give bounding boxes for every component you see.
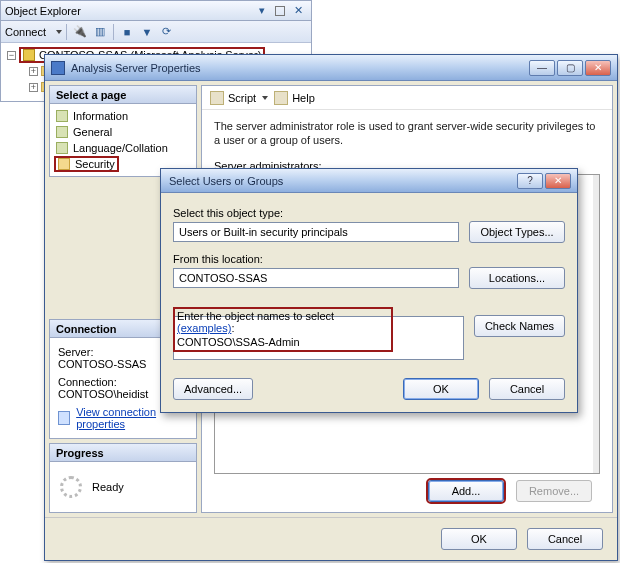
location-value: CONTOSO-SSAS [179,272,267,284]
object-explorer-title: Object Explorer [5,5,81,17]
app-icon [51,61,65,75]
page-label: Language/Collation [73,142,168,154]
progress-panel: Progress Ready [49,443,197,513]
check-names-button[interactable]: Check Names [474,315,565,337]
location-field: CONTOSO-SSAS [173,268,459,288]
page-item-security[interactable]: Security [54,156,119,172]
object-names-highlight: Enter the object names to select (exampl… [173,307,393,352]
ok-button[interactable]: OK [441,528,517,550]
location-label: From this location: [173,253,565,265]
properties-title: Analysis Server Properties [71,62,201,74]
page-icon [56,126,68,138]
page-label: Information [73,110,128,122]
select-users-dialog: Select Users or Groups ? ✕ Select this o… [160,168,578,413]
object-type-field: Users or Built-in security principals [173,222,459,242]
pin-icon[interactable] [271,2,289,20]
remove-button: Remove... [516,480,592,502]
close-button[interactable]: ✕ [585,60,611,76]
filter-icon[interactable]: ▼ [138,23,156,41]
progress-header: Progress [50,444,196,462]
properties-icon [58,411,70,425]
locations-button[interactable]: Locations... [469,267,565,289]
dialog-close-button[interactable]: ✕ [545,173,571,189]
expand-icon[interactable]: + [29,83,38,92]
object-type-label: Select this object type: [173,207,565,219]
object-explorer-titlebar: Object Explorer ▾ ✕ [1,1,311,21]
properties-button-bar: OK Cancel [45,517,617,560]
spinner-icon [60,476,82,498]
script-dropdown[interactable]: Script [210,91,268,105]
dialog-ok-button[interactable]: OK [403,378,479,400]
object-names-label: Enter the object names to select (exampl… [177,310,390,334]
dialog-titlebar[interactable]: Select Users or Groups ? ✕ [161,169,577,193]
dialog-cancel-button[interactable]: Cancel [489,378,565,400]
script-icon [210,91,224,105]
help-button[interactable]: Help [274,91,315,105]
page-list: Information General Language/Collation S… [50,104,196,176]
stop-icon[interactable]: ■ [118,23,136,41]
page-item-information[interactable]: Information [54,108,192,124]
page-item-general[interactable]: General [54,124,192,140]
properties-titlebar[interactable]: Analysis Server Properties — ▢ ✕ [45,55,617,81]
connect-icon[interactable]: 🔌 [71,23,89,41]
object-type-value: Users or Built-in security principals [179,226,348,238]
analysis-server-icon [23,49,35,61]
maximize-button[interactable]: ▢ [557,60,583,76]
chevron-down-icon[interactable] [56,30,62,34]
page-item-language[interactable]: Language/Collation [54,140,192,156]
minimize-button[interactable]: — [529,60,555,76]
page-icon [56,110,68,122]
add-button[interactable]: Add... [428,480,504,502]
object-explorer-toolbar: Connect 🔌 ▥ ■ ▼ ⟳ [1,21,311,43]
dialog-help-button[interactable]: ? [517,173,543,189]
object-types-button[interactable]: Object Types... [469,221,565,243]
close-icon[interactable]: ✕ [289,2,307,20]
chevron-down-icon [262,96,268,100]
page-icon [56,142,68,154]
examples-link[interactable]: (examples) [177,322,231,334]
connect-dropdown[interactable]: Connect [5,26,46,38]
dropdown-icon[interactable]: ▾ [253,2,271,20]
dialog-title: Select Users or Groups [169,175,283,187]
cancel-button[interactable]: Cancel [527,528,603,550]
security-icon [58,158,70,170]
collapse-icon[interactable]: − [7,51,16,60]
page-label: Security [75,158,115,170]
advanced-button[interactable]: Advanced... [173,378,253,400]
help-icon [274,91,288,105]
help-label: Help [292,92,315,104]
script-label: Script [228,92,256,104]
description-text: The server administrator role is used to… [214,120,600,148]
select-page-header: Select a page [50,86,196,104]
expand-icon[interactable]: + [29,67,38,76]
refresh-icon[interactable]: ⟳ [158,23,176,41]
disconnect-icon[interactable]: ▥ [91,23,109,41]
progress-status: Ready [92,481,124,493]
page-label: General [73,126,112,138]
object-names-value: CONTOSO\SSAS-Admin [177,336,390,348]
